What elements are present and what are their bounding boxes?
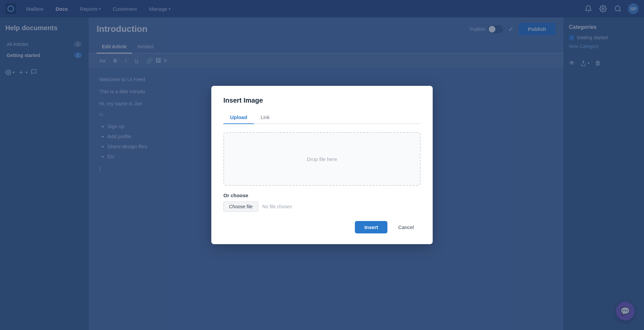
modal-tab-upload[interactable]: Upload (223, 111, 254, 124)
modal-title: Insert Image (223, 97, 421, 104)
drop-zone-text: Drop file here (307, 156, 337, 162)
file-input-row: Choose file No file chosen (223, 202, 421, 212)
modal-tabs: Upload Link (223, 111, 421, 124)
modal-tab-link[interactable]: Link (254, 111, 277, 124)
or-choose-section: Or choose Choose file No file chosen (223, 192, 421, 212)
modal-actions: Insert Cancel (223, 221, 421, 233)
modal-overlay: Insert Image Upload Link Drop file here … (0, 0, 644, 330)
choose-file-button[interactable]: Choose file (223, 202, 258, 212)
insert-button[interactable]: Insert (355, 221, 387, 233)
file-drop-zone[interactable]: Drop file here (223, 132, 421, 186)
cancel-button[interactable]: Cancel (391, 221, 421, 233)
or-choose-title: Or choose (223, 192, 421, 198)
no-file-label: No file chosen (262, 204, 292, 209)
insert-image-modal: Insert Image Upload Link Drop file here … (211, 86, 433, 244)
